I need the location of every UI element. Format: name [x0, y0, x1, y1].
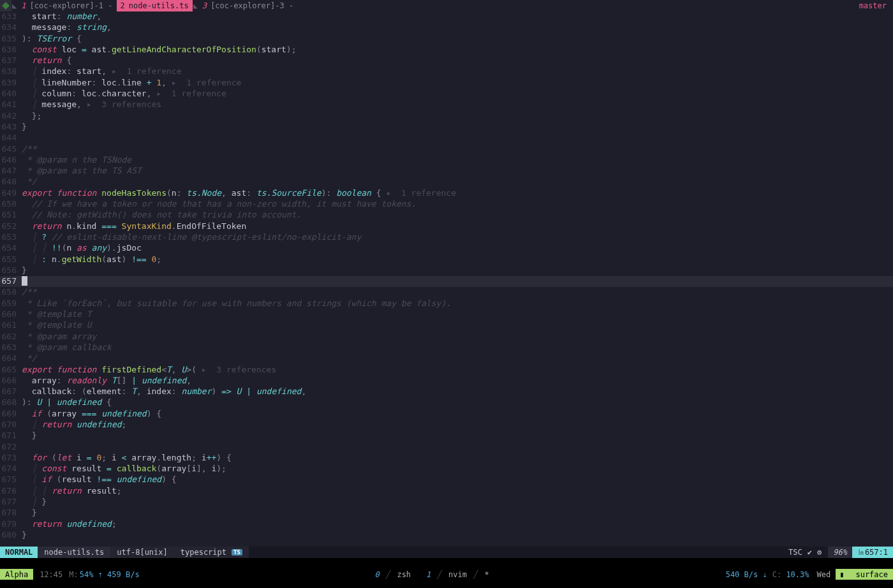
vim-mode: NORMAL — [0, 547, 38, 558]
download-icon: ⇣ — [762, 570, 767, 579]
tmux-statusbar: Alpha 12:45 M: 54% ⇡ 459 B/s 0 ╱ zsh 1 ╱… — [0, 569, 893, 580]
gear-icon: ⚙ — [817, 548, 822, 557]
tab-number: 2 — [121, 1, 125, 10]
tab-3[interactable]: 3 [coc-explorer]-3 - — [198, 0, 297, 11]
inlay-hint: ▸ 3 references — [82, 99, 161, 109]
tmux-window-0[interactable]: 0 ╱ zsh — [372, 570, 413, 579]
inlay-hint: ▸ 1 reference — [107, 66, 181, 76]
svg-marker-0 — [2, 2, 10, 10]
tmux-cpu: C: 10.3% — [770, 570, 812, 579]
vim-cmdline[interactable] — [0, 558, 893, 569]
vim-logo-icon — [0, 0, 11, 11]
tab-bar: ◣ 1 [coc-explorer]-1 - 2 node-utils.ts ◣… — [0, 0, 893, 11]
statusline-lsp: TSC ✔ ⚙ — [782, 547, 828, 558]
tab-2-active[interactable]: 2 node-utils.ts — [117, 0, 193, 11]
statusline-percent: 96% — [828, 547, 852, 558]
tab-label: [coc-explorer]-1 - — [29, 1, 112, 10]
tmux-session[interactable]: Alpha — [0, 569, 33, 580]
check-icon: ✔ — [808, 548, 812, 557]
code-editor[interactable]: 633 start: number, 634 message: string, … — [0, 11, 893, 547]
tab-separator: ◣ — [11, 1, 17, 10]
tab-number: 3 — [202, 1, 207, 10]
tab-1[interactable]: 1 [coc-explorer]-1 - — [17, 0, 116, 11]
battery-icon: ▮ — [839, 570, 844, 579]
tmux-mem-label: M: — [69, 570, 78, 579]
tmux-clock: 12:45 — [33, 570, 69, 579]
git-branch: master — [853, 1, 893, 10]
vim-statusline: NORMAL node-utils.ts utf-8[unix] typescr… — [0, 547, 893, 558]
tab-label: [coc-explorer]-3 - — [210, 1, 293, 10]
inlay-hint: ▸ 1 reference — [152, 89, 226, 98]
tab-label: node-utils.ts — [129, 1, 189, 10]
tmux-net-down: 540 B/s ⇣ — [723, 570, 770, 579]
inlay-hint: ▸ 3 references — [196, 365, 276, 374]
tmux-hostname: surface — [850, 569, 893, 580]
statusline-filetype: typescript TS — [174, 547, 249, 558]
upload-icon: ⇡ — [98, 570, 103, 579]
tmux-window-1-active[interactable]: 1 ╱ nvim ╱ * — [424, 570, 492, 579]
statusline-filename: node-utils.ts — [38, 547, 110, 558]
statusline-encoding: utf-8[unix] — [110, 547, 173, 558]
cursor — [22, 276, 27, 286]
tmux-day: Wed — [812, 570, 836, 579]
tmux-battery: ▮ — [836, 569, 850, 580]
tab-separator: ◣ — [193, 1, 198, 10]
inlay-hint: ▸ 1 reference — [166, 78, 241, 87]
statusline-position: ㏑657:1 — [852, 547, 893, 558]
tmux-mem-pct: 54% ⇡ 459 B/s — [78, 570, 141, 579]
inlay-hint: ▸ 1 reference — [381, 188, 456, 198]
linecol-icon: ㏑ — [857, 547, 865, 558]
tab-number: 1 — [21, 1, 26, 10]
ts-badge-icon: TS — [232, 549, 242, 555]
current-line: 657 — [0, 276, 893, 287]
